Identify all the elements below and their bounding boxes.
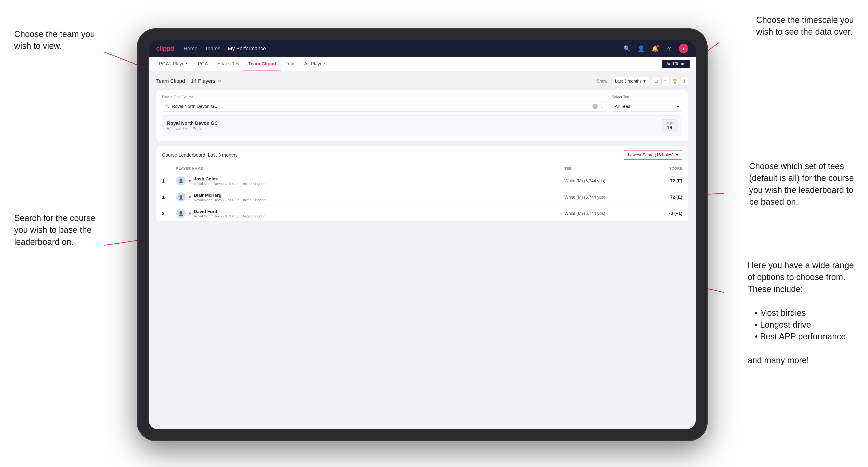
score-filter-button[interactable]: Lowest Score (18 holes) ▾ [624, 150, 682, 160]
player-info-3: 👤 ♥ David Ford Royal North Devon Golf Cl… [176, 209, 564, 218]
golf-course-input[interactable] [172, 104, 591, 109]
search-row: Find a Golf Course 🔍 ✕ ☆ Select Tee All … [162, 95, 682, 112]
annotation-top-left: Choose the team you wish to view. [14, 28, 95, 52]
favorite-icon[interactable]: ☆ [599, 103, 604, 109]
search-icon: 🔍 [165, 104, 170, 109]
show-select-dropdown[interactable]: Last 3 months ▾ [611, 77, 649, 85]
tab-hcaps[interactable]: Hcaps 1-5 [213, 57, 243, 71]
nav-links: Home Teams My Performance [184, 45, 613, 52]
search-section: Find a Golf Course 🔍 ✕ ☆ Select Tee All … [156, 90, 688, 141]
course-name: Royal North Devon GC [167, 121, 218, 126]
player-rank-1: 1 [162, 178, 176, 184]
leaderboard-columns: PLAYER NAME TEE SCORE [156, 164, 688, 173]
filter-chevron-icon: ▾ [676, 152, 678, 158]
course-location: Westward Ho!, England [167, 127, 218, 131]
leaderboard-title: Course Leaderboard, Last 3 months [162, 152, 238, 158]
nav-my-performance[interactable]: My Performance [228, 45, 266, 52]
table-row[interactable]: 1 👤 ♥ Josh Coles Royal North Devon Golf … [156, 173, 688, 189]
score-info-1: 72 (E) [635, 178, 682, 184]
team-header: Team Clippd | 14 Players ✏ Show: Last 3 … [156, 77, 688, 85]
view-icons: ⊞ ≡ 🏆 ⤓ [652, 77, 688, 85]
course-result[interactable]: Royal North Devon GC Westward Ho!, Engla… [162, 115, 682, 136]
player-club-3: Royal North Devon Golf Club, United King… [194, 214, 267, 218]
leaderboard-section: Course Leaderboard, Last 3 months Lowest… [156, 146, 688, 222]
main-content: Team Clippd | 14 Players ✏ Show: Last 3 … [149, 71, 696, 227]
download-btn[interactable]: ⤓ [680, 77, 688, 85]
trophy-btn[interactable]: 🏆 [671, 77, 679, 85]
player-club-1: Royal North Devon Golf Club, United King… [194, 182, 267, 186]
team-name: Team Clippd [156, 78, 185, 84]
player-info-2: 👤 ♥ Blair McHarg Royal North Devon Golf … [176, 192, 564, 202]
separator: | [187, 79, 188, 84]
tee-select-dropdown[interactable]: All Tees ▾ [612, 101, 682, 112]
avatar-btn[interactable]: ● [679, 44, 688, 53]
tab-tour[interactable]: Tour [281, 57, 300, 71]
table-row[interactable]: 3 👤 ♥ David Ford Royal North Devon Golf … [156, 206, 688, 221]
player-avatar-2: 👤 [176, 192, 186, 202]
notification-icon-btn[interactable]: 🔔 [651, 44, 660, 53]
app-navbar: clippd Home Teams My Performance 🔍 👤 🔔 ⊙… [149, 40, 696, 57]
list-view-btn[interactable]: ≡ [661, 77, 670, 85]
course-info: Royal North Devon GC Westward Ho!, Engla… [167, 121, 218, 131]
show-label: Show: [597, 79, 609, 84]
golf-course-input-wrapper: 🔍 ✕ ☆ [162, 101, 607, 112]
player-club-2: Royal North Devon Golf Club, United King… [194, 198, 267, 202]
tee-info-2: White (M) (6,744 yds) [564, 195, 635, 200]
search-icon-btn[interactable]: 🔍 [622, 44, 632, 53]
edit-icon[interactable]: ✏ [218, 78, 222, 84]
player-info-1: 👤 ♥ Josh Coles Royal North Devon Golf Cl… [176, 176, 564, 186]
score-info-2: 72 (E) [635, 195, 682, 200]
golf-course-field-group: Find a Golf Course 🔍 ✕ ☆ [162, 95, 607, 112]
heart-icon-1: ♥ [188, 179, 191, 184]
holes-number: 18 [665, 125, 673, 131]
app-logo: clippd [156, 45, 174, 52]
notification-badge [657, 45, 659, 47]
chevron-down-icon: ▾ [644, 79, 646, 84]
tee-label: Select Tee [612, 95, 682, 99]
tee-info-3: White (M) (6,744 yds) [564, 211, 635, 216]
golf-course-label: Find a Golf Course [162, 95, 607, 99]
tee-select-group: Select Tee All Tees ▾ [612, 95, 682, 112]
tab-pga[interactable]: PGA [193, 57, 213, 71]
player-name-2: Blair McHarg [194, 193, 267, 198]
tablet-device: clippd Home Teams My Performance 🔍 👤 🔔 ⊙… [137, 28, 708, 441]
player-rank-3: 3 [162, 211, 176, 216]
player-avatar-1: 👤 [176, 176, 186, 186]
annotation-bottom-left: Search for the course you wish to base t… [14, 212, 95, 248]
add-team-button[interactable]: Add Team [661, 60, 690, 68]
leaderboard-header: Course Leaderboard, Last 3 months Lowest… [156, 146, 688, 164]
player-col-header: PLAYER NAME [176, 166, 564, 170]
tab-team-clippd[interactable]: Team Clippd [243, 57, 281, 71]
annotation-bottom-right: Here you have a wide range of options to… [748, 259, 854, 367]
heart-icon-2: ♥ [188, 195, 191, 200]
tee-chevron-icon: ▾ [677, 104, 679, 109]
rank-col-header [162, 166, 176, 170]
tab-pgat-players[interactable]: PGAT Players [154, 57, 193, 71]
nav-icons: 🔍 👤 🔔 ⊙ ● [622, 44, 688, 53]
table-row[interactable]: 1 👤 ♥ Blair McHarg Royal North Devon Gol… [156, 189, 688, 206]
tee-info-1: White (M) (6,744 yds) [564, 179, 635, 184]
clear-input-btn[interactable]: ✕ [592, 104, 598, 109]
nav-home[interactable]: Home [184, 45, 197, 52]
holes-badge: Holes 18 [661, 119, 677, 132]
nav-teams[interactable]: Teams [205, 45, 220, 52]
player-name-1: Josh Coles [194, 177, 267, 182]
profile-icon-btn[interactable]: 👤 [637, 44, 646, 53]
tab-all-players[interactable]: All Players [300, 57, 331, 71]
annotation-middle-right: Choose which set of tees (default is all… [749, 160, 854, 208]
tablet-screen: clippd Home Teams My Performance 🔍 👤 🔔 ⊙… [149, 40, 696, 429]
team-title-area: Team Clippd | 14 Players ✏ [156, 78, 222, 84]
score-col-header: SCORE [635, 166, 682, 170]
player-name-3: David Ford [194, 209, 267, 214]
tee-col-header: TEE [564, 166, 635, 170]
tab-bar: PGAT Players PGA Hcaps 1-5 Team Clippd T… [149, 57, 696, 71]
player-avatar-3: 👤 [176, 209, 186, 218]
settings-icon-btn[interactable]: ⊙ [665, 44, 674, 53]
annotation-top-right: Choose the timescale you wish to see the… [756, 14, 854, 38]
holes-label: Holes [665, 121, 673, 125]
score-info-3: 73 (+1) [635, 211, 682, 216]
grid-view-btn[interactable]: ⊞ [652, 77, 660, 85]
show-controls: Show: Last 3 months ▾ ⊞ ≡ 🏆 ⤓ [597, 77, 688, 85]
player-rank-2: 1 [162, 195, 176, 200]
player-count: 14 Players [191, 78, 215, 84]
